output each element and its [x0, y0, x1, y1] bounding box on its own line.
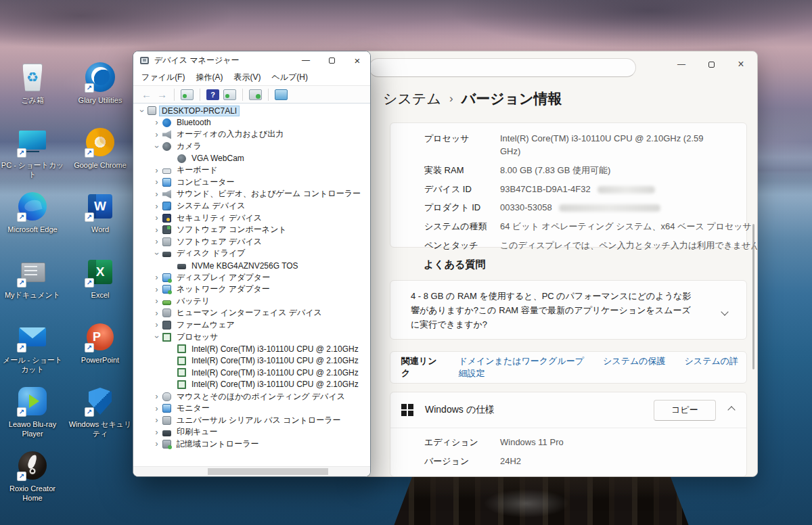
windows-spec-header[interactable]: Windows の仕様 コピー: [390, 392, 746, 428]
desktop-icon-mydocs[interactable]: ↗Myドキュメント: [0, 256, 65, 300]
chevron-right-icon[interactable]: ›: [151, 237, 162, 246]
minimize-button[interactable]: —: [293, 51, 319, 69]
tree-item[interactable]: ›システム デバイス: [133, 200, 370, 212]
tree-item[interactable]: ›プロセッサ: [133, 331, 370, 343]
tree-item[interactable]: ›記憶域コントローラー: [133, 438, 370, 451]
menu-item[interactable]: 表示(V): [228, 72, 266, 83]
tree-item[interactable]: ›コンピューター: [133, 177, 370, 189]
desktop-icon-recycle-bin[interactable]: ♻ごみ箱: [0, 61, 65, 105]
chevron-right-icon[interactable]: ›: [151, 166, 162, 175]
chevron-down-icon[interactable]: ›: [152, 248, 162, 259]
tree-item[interactable]: ›キーボード: [133, 164, 370, 177]
tree-item[interactable]: ›ソフトウェア コンポーネント: [133, 224, 370, 236]
tree-item[interactable]: ›ヒューマン インターフェイス デバイス: [133, 307, 370, 319]
chevron-right-icon[interactable]: ›: [151, 392, 162, 401]
chevron-up-icon[interactable]: [727, 406, 735, 413]
vertical-scrollbar[interactable]: [752, 224, 754, 369]
tree-item[interactable]: ›オーディオの入力および出力: [133, 129, 370, 141]
tree-item[interactable]: Intel(R) Core(TM) i3-10110U CPU @ 2.10GH…: [133, 367, 370, 379]
desktop-icon-mail[interactable]: ↗メール - ショートカット: [0, 321, 65, 375]
chevron-down-icon[interactable]: [721, 308, 728, 315]
back-icon[interactable]: ←: [141, 89, 152, 100]
desktop-icon-excel[interactable]: X↗Excel: [68, 256, 133, 300]
properties-icon[interactable]: [181, 89, 194, 100]
chevron-down-icon[interactable]: ›: [137, 105, 147, 116]
maximize-button[interactable]: [696, 54, 726, 74]
spec-row: ペンとタッチこのディスプレイでは、ペン入力とタッチ入力は利用できません: [424, 239, 740, 252]
tree-item[interactable]: ›セキュリティ デバイス: [133, 212, 370, 224]
desktop-icon-ppt[interactable]: P↗PowerPoint: [68, 321, 133, 365]
tree-item[interactable]: ›ディスプレイ アダプター: [133, 271, 370, 283]
chevron-right-icon[interactable]: ›: [151, 285, 162, 294]
close-button[interactable]: ×: [726, 54, 756, 74]
minimize-button[interactable]: —: [667, 54, 696, 74]
settings-search-box[interactable]: [369, 58, 636, 77]
copy-button[interactable]: コピー: [654, 400, 716, 421]
menu-item[interactable]: 操作(A): [190, 72, 228, 83]
chevron-right-icon[interactable]: ›: [151, 189, 162, 199]
chevron-right-icon[interactable]: ›: [151, 439, 162, 449]
desktop-icon-glary[interactable]: ↗Glary Utilities: [68, 61, 133, 105]
menu-item[interactable]: ファイル(F): [136, 72, 190, 83]
chevron-right-icon[interactable]: ›: [151, 428, 162, 437]
tree-item[interactable]: VGA WebCam: [133, 152, 370, 164]
desktop-icon-pc[interactable]: ↗PC - ショートカット: [0, 126, 65, 180]
maximize-button[interactable]: [319, 51, 344, 69]
chevron-down-icon[interactable]: ›: [152, 141, 162, 152]
chevron-right-icon[interactable]: ›: [151, 296, 162, 306]
desktop-icon-edge[interactable]: ↗Microsoft Edge: [0, 190, 65, 234]
chevron-right-icon[interactable]: ›: [151, 130, 162, 139]
tree-item[interactable]: ›ファームウェア: [133, 319, 370, 332]
menu-item[interactable]: ヘルプ(H): [266, 72, 313, 83]
tree-item[interactable]: ›サウンド、ビデオ、およびゲーム コントローラー: [133, 188, 370, 200]
help-icon[interactable]: ?: [206, 89, 219, 100]
tree-item[interactable]: NVMe KBG4AZNV256G TOS: [133, 260, 370, 272]
tree-item[interactable]: ›バッテリ: [133, 296, 370, 308]
tree-item[interactable]: ›ソフトウェア デバイス: [133, 236, 370, 248]
monitor-icon[interactable]: [275, 89, 288, 100]
chevron-right-icon[interactable]: ›: [151, 309, 162, 318]
tree-item[interactable]: ›ネットワーク アダプター: [133, 283, 370, 296]
breadcrumb-system[interactable]: システム: [383, 89, 441, 108]
desktop-icon-chrome[interactable]: ↗Google Chrome: [68, 126, 133, 170]
tree-item[interactable]: ›ユニバーサル シリアル バス コントローラー: [133, 414, 370, 426]
chevron-right-icon[interactable]: ›: [151, 225, 162, 235]
forward-icon[interactable]: →: [157, 89, 167, 100]
tree-item[interactable]: ›DESKTOP-PRC7ALI: [133, 105, 370, 117]
device-manager-titlebar[interactable]: デバイス マネージャー — ×: [133, 51, 370, 69]
chevron-down-icon[interactable]: ›: [152, 332, 162, 343]
show-window-icon[interactable]: [223, 89, 236, 100]
desktop-icon-leawo[interactable]: ↗Leawo Blu-ray Player: [0, 385, 65, 439]
usb-icon: [162, 416, 171, 425]
desktop-icon-word[interactable]: W↗Word: [68, 190, 133, 234]
faq-card[interactable]: 4 - 8 GB の RAM を使用すると、PC のパフォーマンスにどのような影…: [390, 280, 747, 340]
tree-item[interactable]: ›モニター: [133, 403, 370, 415]
tree-item[interactable]: ›Bluetooth: [133, 117, 370, 129]
chevron-right-icon[interactable]: ›: [151, 118, 162, 127]
desktop-icon-label: Myドキュメント: [0, 290, 65, 300]
tree-item[interactable]: ›マウスとそのほかのポインティング デバイス: [133, 390, 370, 403]
shortcut-arrow-icon: ↗: [17, 343, 26, 352]
search-input[interactable]: [369, 59, 635, 76]
scan-hardware-icon[interactable]: [249, 89, 262, 100]
related-link[interactable]: ドメインまたはワークグループ: [458, 356, 584, 366]
scrollbar-thumb[interactable]: [208, 468, 328, 475]
related-link[interactable]: システムの保護: [603, 356, 666, 366]
chevron-right-icon[interactable]: ›: [151, 320, 162, 329]
close-button[interactable]: ×: [344, 51, 370, 69]
tree-item[interactable]: ›ディスク ドライブ: [133, 248, 370, 260]
horizontal-scrollbar[interactable]: [133, 466, 370, 476]
tree-item[interactable]: ›印刷キュー: [133, 426, 370, 438]
desktop-icon-roxio[interactable]: ↗Roxio Creator Home: [0, 449, 65, 503]
tree-item[interactable]: Intel(R) Core(TM) i3-10110U CPU @ 2.10GH…: [133, 379, 370, 391]
chevron-right-icon[interactable]: ›: [151, 202, 162, 211]
chevron-right-icon[interactable]: ›: [151, 213, 162, 223]
tree-item[interactable]: Intel(R) Core(TM) i3-10110U CPU @ 2.10GH…: [133, 355, 370, 367]
chevron-right-icon[interactable]: ›: [151, 273, 162, 282]
tree-item[interactable]: ›カメラ: [133, 141, 370, 153]
chevron-right-icon[interactable]: ›: [151, 404, 162, 413]
tree-item[interactable]: Intel(R) Core(TM) i3-10110U CPU @ 2.10GH…: [133, 343, 370, 355]
desktop-icon-winsec[interactable]: ↗Windows セキュリティ: [68, 385, 133, 439]
chevron-right-icon[interactable]: ›: [151, 177, 162, 187]
chevron-right-icon[interactable]: ›: [151, 415, 162, 425]
